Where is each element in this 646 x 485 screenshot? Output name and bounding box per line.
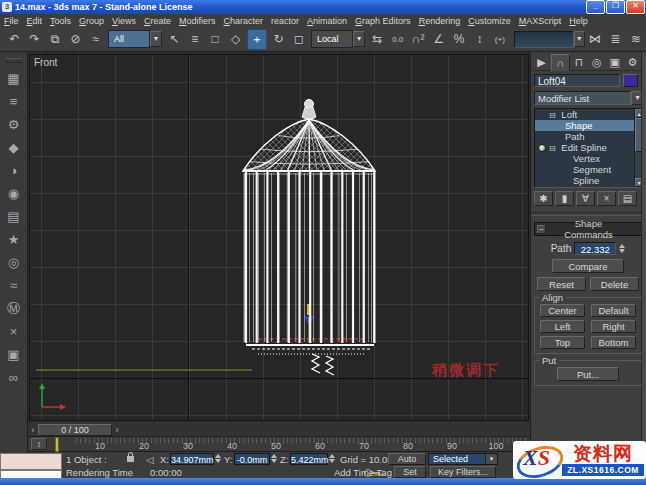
chevron-down-icon[interactable]: ▾ bbox=[574, 31, 585, 47]
timeline-ruler[interactable]: ↕ 102030405060708090100 bbox=[28, 437, 530, 452]
menu-group[interactable]: Group bbox=[75, 16, 108, 26]
x-spinner[interactable] bbox=[215, 454, 221, 463]
maxscript-macro-recorder[interactable] bbox=[0, 453, 62, 470]
align-icon[interactable]: ≣ bbox=[606, 30, 624, 49]
shelf-lights-icon[interactable]: ◆ bbox=[3, 136, 25, 159]
mirror-icon[interactable]: ⋈ bbox=[586, 30, 604, 49]
x-coordinate-field[interactable]: 34.907mm bbox=[170, 453, 214, 465]
pin-stack-icon[interactable]: ✱ bbox=[534, 191, 553, 206]
put-button[interactable]: Put... bbox=[557, 367, 619, 381]
prev-frame-icon[interactable]: ‹ bbox=[28, 424, 38, 436]
snap-toggle-icon[interactable]: ∩² bbox=[409, 30, 427, 49]
shelf-render-icon[interactable]: × bbox=[3, 320, 25, 343]
bulb-icon[interactable] bbox=[538, 144, 546, 152]
menu-help[interactable]: Help bbox=[565, 16, 592, 26]
align-left-button[interactable]: Left bbox=[540, 320, 585, 333]
minimize-button[interactable]: _ bbox=[586, 0, 605, 14]
restore-button[interactable]: ❐ bbox=[606, 0, 625, 14]
menu-create[interactable]: Create bbox=[140, 16, 175, 26]
align-center-button[interactable]: Center bbox=[540, 304, 585, 317]
align-right-button[interactable]: Right bbox=[591, 320, 636, 333]
menu-customize[interactable]: Customize bbox=[464, 16, 515, 26]
selection-set-dropdown[interactable]: Selected ▾ bbox=[428, 453, 498, 465]
percent-snap-icon[interactable]: % bbox=[450, 30, 468, 49]
stack-row-spline[interactable]: Spline bbox=[535, 175, 643, 186]
mini-curve-editor-button[interactable]: ↕ bbox=[31, 438, 47, 450]
path-spinner[interactable] bbox=[619, 244, 625, 253]
menu-file[interactable]: File bbox=[0, 16, 23, 26]
shelf-shapes-icon[interactable]: ≡ bbox=[3, 90, 25, 113]
auto-key-button[interactable]: Auto Key bbox=[388, 453, 426, 465]
angle-snap-icon[interactable]: ∠ bbox=[429, 30, 447, 49]
expand-collapse-icon[interactable]: ⊟ bbox=[549, 111, 556, 120]
spinner-snap-icon[interactable]: ↕ bbox=[470, 30, 488, 49]
front-viewport[interactable]: Front 稍微调下 bbox=[29, 54, 529, 421]
named-selection-field[interactable] bbox=[514, 31, 574, 48]
fence-selection-icon[interactable]: ◇ bbox=[226, 30, 244, 49]
shelf-grip[interactable] bbox=[6, 58, 22, 63]
tab-modify[interactable]: ∩ bbox=[551, 54, 570, 71]
collapse-icon[interactable]: − bbox=[537, 225, 546, 234]
shelf-modeling-icon[interactable]: ≈ bbox=[3, 274, 25, 297]
y-spinner[interactable] bbox=[271, 454, 277, 463]
delete-button[interactable]: Delete bbox=[590, 277, 639, 291]
shelf-cameras-icon[interactable]: ◑ bbox=[3, 159, 25, 182]
make-unique-icon[interactable]: ∀ bbox=[576, 191, 595, 206]
panel-scrollbar[interactable] bbox=[641, 52, 646, 478]
menu-rendering[interactable]: Rendering bbox=[415, 16, 465, 26]
shelf-helpers-icon[interactable]: ▤ bbox=[3, 205, 25, 228]
selection-lock-icon[interactable] bbox=[127, 456, 134, 462]
modifier-list-dropdown[interactable]: Modifier List ▾ bbox=[534, 91, 644, 105]
stack-row-loft[interactable]: ⊟ Loft bbox=[535, 109, 643, 120]
keyboard-override-icon[interactable]: (+) bbox=[491, 30, 509, 49]
align-top-button[interactable]: Top bbox=[540, 336, 585, 349]
rectangular-selection-icon[interactable]: □ bbox=[206, 30, 224, 49]
z-spinner[interactable] bbox=[329, 454, 335, 463]
menu-edit[interactable]: Edit bbox=[23, 16, 47, 26]
shelf-particles-icon[interactable]: ◉ bbox=[3, 182, 25, 205]
object-color-swatch[interactable] bbox=[623, 74, 638, 87]
rotate-icon[interactable]: ↻ bbox=[269, 30, 287, 49]
menu-views[interactable]: Views bbox=[108, 16, 140, 26]
menu-tools[interactable]: Tools bbox=[46, 16, 75, 26]
scale-icon[interactable]: ◻ bbox=[290, 30, 308, 49]
stack-row-vertex[interactable]: Vertex bbox=[535, 153, 643, 164]
close-button[interactable]: ✕ bbox=[626, 0, 645, 14]
align-default-button[interactable]: Default bbox=[591, 304, 636, 317]
chevron-down-icon[interactable]: ▾ bbox=[485, 454, 497, 464]
shelf-display-icon[interactable]: ▣ bbox=[3, 343, 25, 366]
rollout-header[interactable]: − Shape Commands bbox=[534, 222, 642, 236]
stack-row-segment[interactable]: Segment bbox=[535, 164, 643, 175]
redo-icon[interactable]: ↷ bbox=[25, 30, 43, 49]
remove-modifier-icon[interactable]: × bbox=[597, 191, 616, 206]
time-slider-thumb[interactable]: 0 / 100 bbox=[38, 424, 112, 436]
shelf-utilities-icon[interactable]: ∞ bbox=[3, 366, 25, 389]
set-key-button[interactable]: Set Key bbox=[394, 466, 426, 478]
select-by-name-icon[interactable]: ≡ bbox=[186, 30, 204, 49]
stack-row-shape[interactable]: Shape bbox=[535, 120, 644, 131]
tab-create[interactable]: ▶ bbox=[533, 54, 550, 71]
curve-editor-icon[interactable]: ≋ bbox=[627, 30, 645, 49]
y-coordinate-field[interactable]: -0.0mm bbox=[234, 453, 270, 465]
chevron-down-icon[interactable]: ▾ bbox=[353, 31, 365, 47]
shelf-compounds-icon[interactable]: ⚙ bbox=[3, 113, 25, 136]
select-object-icon[interactable]: ↖ bbox=[165, 30, 183, 49]
menu-maxscript[interactable]: MAXScript bbox=[515, 16, 566, 26]
align-bottom-button[interactable]: Bottom bbox=[591, 336, 636, 349]
restrict-axes-icon[interactable]: ⇆ bbox=[368, 30, 386, 49]
tab-motion[interactable]: ◎ bbox=[588, 54, 605, 71]
menu-character[interactable]: Character bbox=[219, 16, 267, 26]
key-filters-button[interactable]: Key Filters... bbox=[430, 466, 496, 478]
menu-animation[interactable]: Animation bbox=[303, 16, 351, 26]
shelf-material-icon[interactable]: Ⓜ bbox=[3, 297, 25, 320]
viewport-label[interactable]: Front bbox=[34, 57, 57, 68]
compare-button[interactable]: Compare bbox=[552, 259, 624, 273]
menu-reactor[interactable]: reactor bbox=[267, 16, 303, 26]
select-and-link-icon[interactable]: ⧉ bbox=[46, 30, 64, 49]
z-coordinate-field[interactable]: 5.422mm bbox=[290, 453, 328, 465]
show-end-result-icon[interactable]: ▮ bbox=[555, 191, 574, 206]
tab-hierarchy[interactable]: ⊓ bbox=[571, 54, 588, 71]
shelf-spacewarps-icon[interactable]: ★ bbox=[3, 228, 25, 251]
shelf-objects-icon[interactable]: ▦ bbox=[3, 67, 25, 90]
expand-collapse-icon[interactable]: ⊟ bbox=[549, 144, 556, 153]
